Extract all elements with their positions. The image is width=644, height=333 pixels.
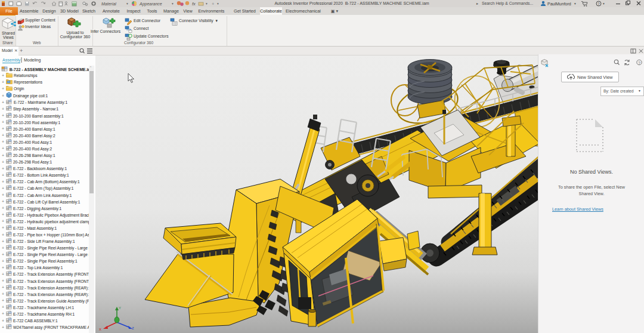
svg-text:▾: ▾ bbox=[206, 2, 208, 5]
svg-text:+: + bbox=[212, 1, 215, 7]
svg-text:PaulMunford: PaulMunford bbox=[547, 2, 571, 6]
svg-text:?: ? bbox=[597, 2, 600, 6]
svg-text:▾: ▾ bbox=[574, 2, 576, 5]
svg-text:X: X bbox=[99, 328, 101, 331]
svg-text:▾: ▾ bbox=[126, 2, 128, 5]
svg-text:Z: Z bbox=[132, 326, 134, 330]
svg-text:?: ? bbox=[638, 61, 640, 65]
svg-text:Y: Y bbox=[119, 306, 121, 310]
svg-text:Appearance: Appearance bbox=[139, 2, 162, 7]
svg-text:▾: ▾ bbox=[603, 2, 605, 5]
svg-text:fx: fx bbox=[192, 1, 196, 7]
svg-text:▾: ▾ bbox=[172, 2, 174, 5]
svg-text:Material: Material bbox=[101, 2, 116, 6]
svg-text:▾: ▾ bbox=[217, 2, 219, 5]
